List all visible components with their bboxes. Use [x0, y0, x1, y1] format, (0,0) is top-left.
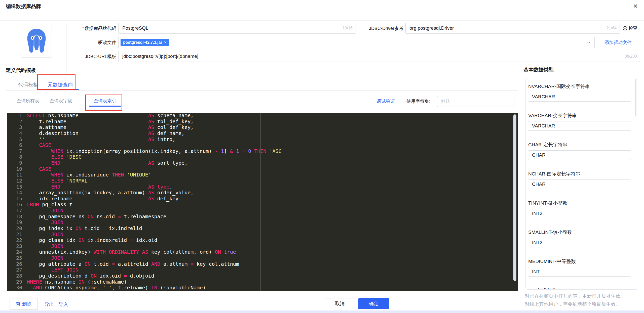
check-button[interactable]: 检查: [623, 25, 637, 31]
line-number: 25: [7, 255, 22, 261]
form-vertical-divider: [66, 23, 67, 72]
basic-type-field: [528, 180, 631, 189]
line-number: 9: [7, 160, 22, 166]
delete-button[interactable]: 删除: [10, 298, 38, 310]
brand-code-input[interactable]: [119, 25, 343, 31]
code-line: 12 ELSE 'NORMAL': [7, 178, 518, 184]
subtab-query-table-fields[interactable]: 查询表字段: [50, 98, 72, 104]
edit-database-brand-dialog: 编辑数据库品牌 ✕ *数据库品牌代码 10/16 JDBC-Driver参考 2…: [0, 0, 644, 313]
charset-input[interactable]: [437, 99, 514, 104]
code-line: 16FROM pg_class t: [7, 202, 518, 208]
basic-type-label: INT-标准整数: [528, 287, 634, 290]
effect-note-line1: 对已在标签页中打开的表，重新打开后可生效。: [525, 292, 625, 300]
jdbc-driver-field: 21/64: [405, 23, 620, 34]
code-line: 27 LEFT JOIN: [7, 267, 518, 273]
jdbc-url-input[interactable]: [119, 54, 625, 59]
basic-type-group: CHAR-定长字符串: [526, 142, 638, 160]
code-line: 9 END AS sort_type,: [7, 160, 518, 166]
basic-type-group: INT-标准整数: [526, 287, 638, 290]
basic-type-input[interactable]: [528, 123, 631, 129]
postgresql-logo: [24, 27, 49, 54]
driver-file-tag-label: postgresql-42.7.3.jar: [123, 40, 162, 45]
line-number: 8: [7, 154, 22, 160]
basic-type-field: [528, 150, 631, 160]
basic-type-group: NVARCHAR-国际变长字符串: [526, 83, 638, 102]
line-number: 5: [7, 137, 22, 143]
close-icon[interactable]: ✕: [631, 2, 640, 11]
active-subtab-inkbar: [89, 106, 121, 107]
brand-code-counter: 10/16: [343, 26, 356, 30]
basic-types-heading: 基本数据类型: [523, 66, 554, 73]
basic-type-input[interactable]: [528, 211, 631, 216]
code-line: 26 pg_attribute a ON t.oid = a.attrelid …: [7, 261, 518, 267]
code-line: 11 WHEN ix.indisunique THEN 'UNIQUE': [7, 172, 518, 178]
chevron-down-icon[interactable]: [587, 40, 594, 45]
jdbc-url-field: 38/200: [118, 51, 640, 62]
basic-type-input[interactable]: [528, 240, 631, 245]
cancel-button[interactable]: 取消: [325, 298, 355, 309]
editor-vertical-scrollbar[interactable]: [513, 114, 516, 281]
line-number: 2: [7, 119, 22, 125]
code-line: 23 JOIN: [7, 243, 518, 249]
line-number: 29: [7, 279, 22, 285]
driver-file-tag: postgresql-42.7.3.jar ×: [121, 39, 169, 46]
code-line: 14 array_position(ix.indkey, a.attnum) A…: [7, 190, 518, 196]
code-line: 29WHERE ns.nspname IN (:schemaName): [7, 279, 518, 285]
tag-remove-icon[interactable]: ×: [164, 40, 167, 45]
code-line: 3 a.attname AS col_def_key,: [7, 124, 518, 130]
basic-type-field: [528, 121, 631, 131]
basic-type-input[interactable]: [528, 94, 631, 100]
sql-code-editor[interactable]: 1SELECT ns.nspname AS schema_name,2 t.re…: [7, 113, 518, 291]
tab-metadata-query[interactable]: 元数据查询: [48, 81, 73, 88]
jdbc-driver-input[interactable]: [406, 25, 607, 31]
basic-type-field: [528, 209, 631, 218]
effect-note-line2: 对线上其他用户，需要刷新整个项目后生效。: [525, 300, 620, 308]
line-number: 3: [7, 124, 22, 130]
import-link[interactable]: 导入: [59, 301, 68, 308]
basic-type-label: SMALLINT-较小整数: [528, 229, 634, 236]
basic-type-label: CHAR-定长字符串: [528, 142, 634, 148]
code-line: 30 AND CONCAT(ns.nspname, '.', t.relname…: [7, 285, 518, 291]
code-line: 6 CASE: [7, 142, 518, 148]
driver-file-select[interactable]: postgresql-42.7.3.jar ×: [118, 37, 595, 48]
basic-type-input[interactable]: [528, 269, 631, 275]
tab-code-template[interactable]: 代码模板: [18, 81, 38, 88]
jdbc-url-counter: 38/200: [625, 54, 640, 59]
export-link[interactable]: 导出: [44, 301, 54, 308]
subtab-query-table-indexes[interactable]: 查询表索引: [94, 98, 116, 104]
line-number: 17: [7, 208, 22, 214]
line-number: 18: [7, 214, 22, 220]
subtab-query-all-tables[interactable]: 查询所有表: [17, 98, 39, 104]
line-number: 11: [7, 172, 22, 178]
basic-type-label: VARCHAR-变长字符串: [528, 112, 634, 119]
line-number: 22: [7, 237, 22, 243]
line-number: 27: [7, 267, 22, 273]
jdbc-driver-label: JDBC-Driver参考: [357, 25, 403, 31]
basic-type-field: [528, 267, 631, 277]
line-number: 16: [7, 202, 22, 208]
line-number: 15: [7, 196, 22, 202]
database-brand-logo-box: [21, 24, 52, 58]
basic-type-group: NCHAR-国际定长字符串: [526, 171, 638, 189]
basic-type-group: SMALLINT-较小整数: [526, 229, 638, 247]
code-line: 25 JOIN: [7, 255, 518, 261]
types-panel-scrollbar[interactable]: [635, 79, 636, 116]
basic-type-input[interactable]: [528, 152, 631, 158]
basic-type-group: VARCHAR-变长字符串: [526, 112, 638, 131]
line-number: 12: [7, 178, 22, 184]
dialog-title: 编辑数据库品牌: [6, 3, 41, 10]
add-driver-file-link[interactable]: 添加驱动文件: [604, 39, 632, 46]
basic-type-field: [528, 238, 631, 247]
line-number: 28: [7, 273, 22, 279]
horizontal-scrollbar[interactable]: [0, 310, 644, 313]
editor-print-margin: [260, 113, 261, 291]
delete-button-label: 删除: [22, 301, 32, 307]
debug-validate-link[interactable]: 调试验证: [377, 98, 395, 104]
line-number: 24: [7, 249, 22, 255]
circle-check-icon: [623, 26, 627, 31]
charset-field: [437, 96, 514, 107]
basic-type-input[interactable]: [528, 182, 631, 187]
code-line: 24 unnest(ix.indkey) WITH ORDINALITY AS …: [7, 249, 518, 255]
trash-icon: [16, 301, 20, 306]
ok-button[interactable]: 确定: [358, 298, 389, 309]
